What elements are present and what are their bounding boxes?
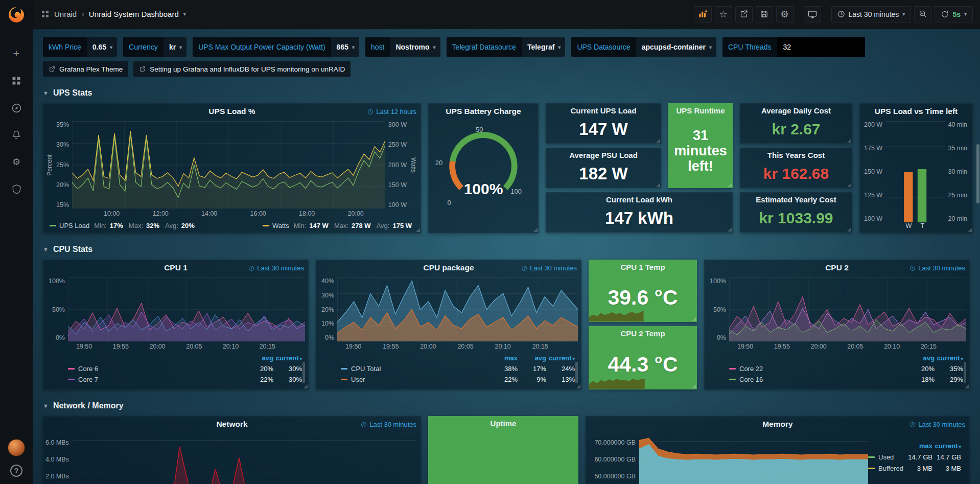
legend-item[interactable]: UPS LoadMin:17%Max:32%Avg:20% — [50, 222, 197, 229]
panel-title[interactable]: This Years Cost — [767, 151, 825, 159]
star-button[interactable]: ☆ — [715, 6, 732, 22]
panel-title[interactable]: Network — [216, 420, 247, 429]
memory-chart[interactable] — [639, 434, 868, 484]
dashboard-settings-button[interactable]: ⚙ — [776, 6, 794, 22]
row-header-ups-stats[interactable]: ▼ UPS Stats — [43, 86, 975, 100]
axis-tick: 20:00 — [348, 210, 364, 217]
panel-title[interactable]: UPS Load vs Time left — [875, 107, 958, 116]
user-avatar[interactable] — [8, 439, 25, 456]
var-telegraf-datasource[interactable]: Telegraf Datasource Telegraf▾ — [447, 37, 566, 57]
legend-scrollbar[interactable] — [964, 362, 966, 383]
configuration-gear-icon[interactable]: ⚙ — [10, 155, 23, 169]
share-button[interactable] — [735, 6, 753, 22]
axis-tick: 0% — [56, 334, 65, 341]
axis-tick: 0% — [717, 334, 726, 341]
var-currency[interactable]: Currency kr▾ — [123, 37, 186, 57]
chevron-down-icon: ▾ — [709, 44, 712, 50]
panel-title[interactable]: Current UPS Load — [570, 106, 636, 115]
axis-tick: 40% — [321, 278, 334, 285]
legend-row[interactable]: Core 1618%29% — [729, 374, 963, 385]
explore-compass-icon[interactable] — [10, 101, 23, 114]
var-label: Currency — [123, 37, 164, 57]
refresh-interval-button[interactable]: 5s ▾ — [935, 6, 973, 22]
legend-column-header[interactable]: current — [935, 354, 963, 362]
legend-row[interactable]: Core 2220%35% — [729, 363, 963, 374]
var-kwh-price[interactable]: kWh Price 0.65▾ — [43, 37, 117, 57]
legend-header: xavgcurrent — [68, 353, 302, 363]
save-button[interactable] — [756, 6, 773, 22]
grafana-logo[interactable] — [7, 5, 26, 25]
cpu1-chart[interactable] — [68, 278, 305, 341]
legend-column-header[interactable]: current — [273, 354, 302, 362]
panel-average-daily-cost: Average Daily Cost kr 2.67 — [740, 103, 852, 144]
cpu-threads-input[interactable] — [777, 37, 865, 57]
legend-row[interactable]: Core 620%30% — [68, 363, 302, 374]
legend-scrollbar[interactable] — [575, 362, 578, 383]
row-header-network-memory[interactable]: ▼ Network / Memory — [43, 399, 975, 413]
legend-row[interactable]: Used14.7 GB14.7 GB — [868, 451, 961, 463]
chart-legend: xavgcurrentCore 2220%35%Core 1618%29% — [729, 353, 963, 385]
panel-title[interactable]: Current Load kWh — [606, 195, 672, 204]
axis-tick: 100 W — [864, 215, 882, 222]
link-ups-monitoring-guide[interactable]: Setting up Grafana and InfluxDB for UPS … — [133, 61, 351, 77]
panel-title[interactable]: CPU 2 Temp — [620, 329, 665, 338]
server-admin-shield-icon[interactable] — [10, 182, 23, 196]
legend-item[interactable]: WattsMin:147 WMax:278 WAvg:175 W — [263, 222, 414, 229]
ups-load-chart[interactable] — [72, 121, 385, 209]
panel-title[interactable]: Average PSU Load — [569, 151, 638, 159]
var-host[interactable]: host Nostromo▾ — [365, 37, 440, 57]
row-header-cpu-stats[interactable]: ▼ CPU Stats — [43, 242, 975, 257]
panel-current-load-kwh: Current Load kWh 147 kWh — [546, 192, 733, 233]
legend-column-header[interactable]: avg — [518, 354, 546, 362]
page-scrollbar[interactable] — [976, 144, 979, 203]
axis-tick: 150 W — [864, 168, 882, 175]
panel-title[interactable]: UPS Battery Charge — [446, 107, 521, 116]
time-override-label: Last 30 minutes — [248, 264, 304, 272]
legend-column-header[interactable]: avg — [906, 354, 935, 362]
var-ups-datasource[interactable]: UPS Datasource apcupsd-container▾ — [571, 37, 716, 57]
help-icon[interactable]: ? — [10, 465, 22, 477]
row-title: UPS Stats — [53, 88, 92, 98]
stat-value: 31 minutes left! — [669, 128, 732, 174]
legend-column-header[interactable]: max — [489, 354, 518, 362]
panel-title[interactable]: CPU 1 Temp — [620, 263, 665, 271]
panel-title[interactable]: Memory — [762, 420, 792, 429]
dashboards-grid-icon[interactable] — [10, 74, 23, 87]
legend-column-header[interactable]: current — [546, 354, 575, 362]
panel-title[interactable]: Estimated Yearly Cost — [756, 195, 836, 204]
legend-column-header[interactable]: avg — [245, 354, 273, 362]
var-ups-max-output[interactable]: UPS Max Output Power Capacity (Watt) 865… — [193, 37, 359, 57]
legend-row[interactable]: Buffered3 MB3 MB — [868, 463, 961, 474]
time-range-picker[interactable]: Last 30 minutes ▾ — [831, 6, 912, 22]
load-vs-time-chart[interactable] — [885, 121, 945, 222]
cpu-package-chart[interactable] — [337, 278, 578, 341]
panel-title[interactable]: Average Daily Cost — [761, 106, 831, 115]
legend-row[interactable]: Core 722%30% — [68, 374, 302, 385]
zoom-out-button[interactable] — [914, 6, 931, 22]
axis-tick: 25 min — [948, 192, 967, 199]
tv-mode-button[interactable] — [804, 6, 821, 22]
cpu2-chart[interactable] — [729, 278, 966, 341]
create-plus-icon[interactable]: + — [10, 47, 23, 60]
panel-title[interactable]: Uptime — [491, 419, 517, 428]
legend-row[interactable]: User22%9%13% — [341, 374, 575, 385]
panel-title[interactable]: CPU 2 — [825, 263, 849, 272]
sidebar-bottom: ? — [8, 439, 25, 477]
y-axis-title-left: Percent — [45, 121, 53, 209]
breadcrumb-folder[interactable]: Unraid — [54, 10, 77, 18]
legend-column-header[interactable]: current — [932, 442, 961, 450]
link-grafana-plex-theme[interactable]: Grafana Plex Theme — [43, 61, 128, 77]
legend-row[interactable]: CPU Total38%17%24% — [341, 363, 575, 374]
legend-scrollbar[interactable] — [302, 362, 305, 383]
panel-title[interactable]: UPS Load % — [208, 107, 255, 116]
panel-title[interactable]: CPU 1 — [164, 263, 188, 272]
refresh-icon — [941, 10, 949, 18]
network-chart[interactable] — [73, 434, 417, 484]
y-axis-ticks-right: 40 min35 min30 min25 min20 min — [945, 121, 970, 222]
legend-column-header[interactable]: max — [904, 442, 932, 450]
panel-title[interactable]: CPU package — [423, 263, 474, 272]
breadcrumb-dashboard-title[interactable]: Unraid System Dashboard — [89, 10, 179, 18]
panel-title[interactable]: UPS Runtime — [676, 106, 725, 115]
add-panel-button[interactable] — [694, 6, 712, 22]
alerting-bell-icon[interactable] — [10, 128, 23, 142]
